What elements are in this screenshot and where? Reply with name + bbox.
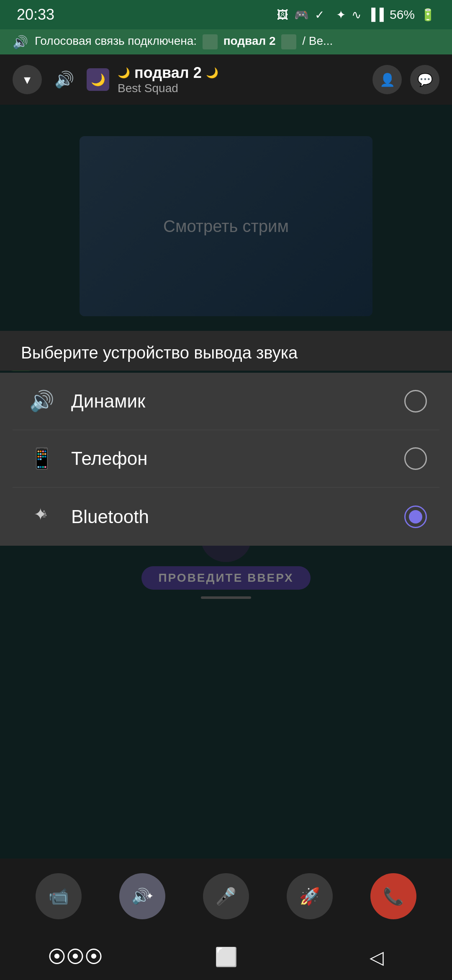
recent-apps-icon: ⦿⦿⦿	[48, 946, 103, 967]
mic-icon: 🎤	[216, 887, 236, 906]
members-button[interactable]: 👤	[372, 65, 402, 94]
home-icon: ⬜	[215, 946, 238, 968]
bluetooth-status-icon: ✦	[336, 8, 346, 22]
voice-speaker-icon: 🔊	[54, 70, 74, 89]
notification-text: Голосовая связь подключена: подвал 2 / В…	[35, 34, 333, 49]
battery-icon: 🔋	[421, 8, 435, 22]
radio-phone[interactable]	[404, 447, 427, 470]
option-speaker[interactable]: 🔊 Динамик	[13, 373, 439, 430]
channel-thumb-inline: 🌙	[118, 67, 130, 79]
volume-notif-icon: 🔊	[13, 35, 28, 49]
wifi-icon: ∿	[352, 8, 361, 22]
mute-button[interactable]: 🎤	[203, 873, 249, 919]
option-phone[interactable]: 📱 Телефон	[13, 430, 439, 487]
channel-thumbnail: 🌙	[87, 68, 109, 91]
rocket-button[interactable]: 🚀	[287, 873, 333, 919]
notification-bar: 🔊 Голосовая связь подключена: подвал 2 /…	[0, 29, 452, 54]
dialog-title: Выберите устройство вывода звука	[21, 343, 431, 362]
status-time: 20:33	[17, 6, 54, 23]
phone-icon: 📱	[25, 447, 59, 470]
notif-thumb2	[281, 34, 296, 49]
back-icon: ◁	[370, 946, 384, 968]
nav-recent-button[interactable]: ⦿⦿⦿	[54, 944, 96, 970]
video-icon: 📹	[48, 887, 69, 906]
channel-name: 🌙 подвал 2 🌙	[118, 64, 364, 82]
chat-button[interactable]: 💬	[410, 65, 439, 94]
squad-name: Best Squad	[118, 82, 364, 95]
audio-output-button[interactable]: 🔊 ✦	[119, 873, 165, 919]
status-bar: 20:33 🖼 🎮 ✓ ✦ ∿ ▐▐ 56% 🔋	[0, 0, 452, 29]
speaker-icon: 🔊	[25, 389, 59, 413]
rocket-icon: 🚀	[299, 887, 320, 906]
option-speaker-label: Динамик	[71, 391, 404, 412]
check-icon: ✓	[315, 8, 324, 22]
photo-icon: 🖼	[277, 8, 288, 22]
nav-bar: ⦿⦿⦿ ⬜ ◁	[0, 934, 452, 980]
signal-icon: ▐▐	[367, 8, 384, 21]
radio-speaker[interactable]	[404, 390, 427, 413]
voice-action-icons: 👤 💬	[372, 65, 439, 94]
voice-dropdown-button[interactable]: ▾	[13, 65, 42, 94]
bottom-controls: 📹 🔊 ✦ 🎤 🚀 📞	[0, 859, 452, 934]
nav-home-button[interactable]: ⬜	[205, 944, 247, 970]
svg-text:⍙: ⍙	[41, 507, 47, 518]
dialog-body: 🔊 Динамик 📱 Телефон ✦ ⍙ Bluetooth	[0, 373, 452, 546]
end-call-button[interactable]: 📞	[370, 873, 416, 919]
option-phone-label: Телефон	[71, 448, 404, 469]
channel-info: 🌙 подвал 2 🌙 Best Squad	[118, 64, 364, 95]
dialog-header: Выберите устройство вывода звука	[0, 331, 452, 371]
video-button[interactable]: 📹	[36, 873, 82, 919]
discord-icon: 🎮	[294, 8, 309, 22]
chat-icon: 💬	[417, 72, 433, 87]
option-bluetooth[interactable]: ✦ ⍙ Bluetooth	[13, 487, 439, 546]
notif-thumb1	[203, 34, 218, 49]
bt-badge: ✦	[146, 891, 154, 902]
chevron-down-icon: ▾	[24, 72, 31, 88]
end-call-icon: 📞	[383, 887, 404, 906]
nav-back-button[interactable]: ◁	[356, 944, 398, 970]
battery-label: 56%	[390, 8, 415, 22]
radio-bluetooth[interactable]	[404, 505, 427, 528]
people-icon: 👤	[380, 72, 395, 87]
bluetooth-option-icon: ✦ ⍙	[25, 504, 59, 529]
channel-thumb-inline2: 🌙	[206, 67, 218, 79]
option-bluetooth-label: Bluetooth	[71, 506, 404, 527]
status-icons: 🖼 🎮 ✓ ✦ ∿ ▐▐ 56% 🔋	[277, 8, 435, 22]
voice-header: ▾ 🔊 🌙 🌙 подвал 2 🌙 Best Squad 👤 💬	[0, 54, 452, 105]
